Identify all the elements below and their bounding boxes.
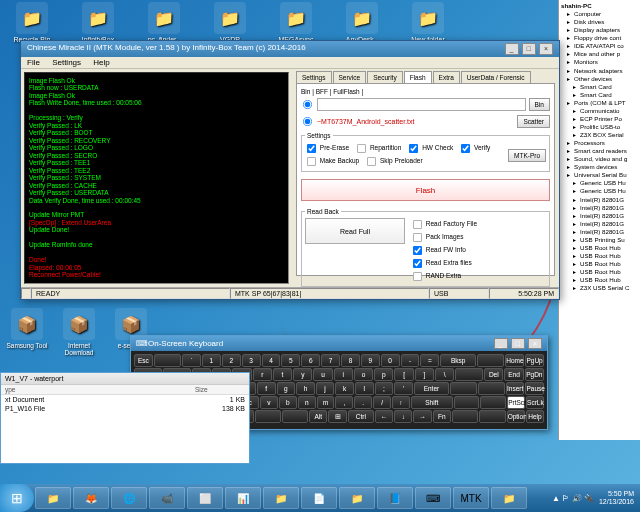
flash-button[interactable]: Flash [301, 179, 550, 201]
key-b[interactable]: b [279, 396, 297, 409]
key-0[interactable]: 0 [381, 354, 400, 367]
key-prtscn[interactable]: PrtScn [507, 396, 525, 409]
taskbar-item[interactable]: MTK [453, 487, 489, 509]
key-blank[interactable] [450, 382, 477, 395]
key-↑[interactable]: ↑ [392, 396, 410, 409]
tab-security[interactable]: Security [367, 71, 402, 83]
key-help[interactable]: Help [526, 410, 544, 423]
tab-extra[interactable]: Extra [433, 71, 460, 83]
device-node[interactable]: ▸Generic USB Hu [561, 179, 638, 187]
bin-path-input[interactable] [317, 98, 526, 111]
key-blank[interactable] [455, 368, 483, 381]
minimize-button[interactable]: _ [505, 43, 519, 55]
key-n[interactable]: n [298, 396, 316, 409]
desktop-icon[interactable]: 📦Internet Download [58, 308, 100, 356]
key-shift[interactable]: Shift [411, 396, 453, 409]
key-.[interactable]: . [354, 396, 372, 409]
osk-maximize[interactable]: □ [511, 338, 525, 349]
device-node[interactable]: ▸Prolific USB-to [561, 123, 638, 131]
key-k[interactable]: k [335, 382, 354, 395]
key-f[interactable]: f [257, 382, 276, 395]
key-←[interactable]: ← [375, 410, 393, 423]
key-g[interactable]: g [277, 382, 296, 395]
key-ctrl[interactable]: Ctrl [348, 410, 374, 423]
taskbar-item[interactable]: 🌐 [111, 487, 147, 509]
device-node[interactable]: ▸ECP Printer Po [561, 115, 638, 123]
key-l[interactable]: l [355, 382, 374, 395]
cb-read-fw-info[interactable]: Read FW Info [411, 244, 466, 257]
key-⊞[interactable]: ⊞ [328, 410, 346, 423]
tab-settings[interactable]: Settings [296, 71, 332, 83]
list-item[interactable]: xt Document1 KB [1, 395, 249, 404]
device-node[interactable]: ▸USB Root Hub [561, 268, 638, 276]
key-\[interactable]: \ [435, 368, 454, 381]
key-h[interactable]: h [296, 382, 315, 395]
key-esc[interactable]: Esc [134, 354, 153, 367]
list-item[interactable]: P1_W16 File138 KB [1, 404, 249, 413]
system-tray[interactable]: ▲🏳🔊🔌 5:50 PM 12/13/2016 [551, 490, 640, 505]
close-button[interactable]: × [539, 43, 553, 55]
taskbar-item[interactable]: 📁 [35, 487, 71, 509]
device-node[interactable]: ▸USB Root Hub [561, 244, 638, 252]
device-node[interactable]: ▸Computer [561, 10, 638, 18]
tab-flash[interactable]: Flash [404, 71, 432, 83]
device-node[interactable]: ▸Universal Serial Bu [561, 171, 638, 179]
device-node[interactable]: ▸Other devices [561, 75, 638, 83]
cb-skip-preloader[interactable]: Skip Preloader [365, 155, 422, 168]
read-full-button[interactable]: Read Full [305, 218, 405, 244]
device-node[interactable]: ▸Z3X USB Serial C [561, 284, 638, 292]
key-p[interactable]: p [374, 368, 393, 381]
taskbar-item[interactable]: ⌨ [415, 487, 451, 509]
device-node[interactable]: ▸Smart Card [561, 83, 638, 91]
scatter-radio[interactable] [303, 117, 312, 126]
key-pgdn[interactable]: PgDn [525, 368, 544, 381]
key-m[interactable]: m [317, 396, 335, 409]
cb-make-backup[interactable]: Make Backup [305, 155, 359, 168]
key-'[interactable]: ' [394, 382, 413, 395]
key-,[interactable]: , [335, 396, 353, 409]
key-blank[interactable] [477, 354, 504, 367]
cb-rand-extra[interactable]: RAND Extra [411, 270, 461, 283]
key-r[interactable]: r [253, 368, 272, 381]
osk-close[interactable]: × [528, 338, 542, 349]
key-;[interactable]: ; [375, 382, 394, 395]
key-7[interactable]: 7 [321, 354, 340, 367]
menu-file[interactable]: File [27, 58, 40, 67]
device-node[interactable]: ▸Sound, video and g [561, 155, 638, 163]
key-options[interactable]: Options [507, 410, 525, 423]
desktop-icon[interactable]: 📁AnyDesk - [338, 2, 386, 43]
device-node[interactable]: ▸Z3X BOX Serial [561, 131, 638, 139]
desktop-icon[interactable]: 📁VGDP [206, 2, 254, 43]
device-node[interactable]: ▸Intel(R) 82801G [561, 228, 638, 236]
key-=[interactable]: = [420, 354, 439, 367]
key-insert[interactable]: Insert [506, 382, 525, 395]
device-node[interactable]: ▸Monitors [561, 58, 638, 66]
device-node[interactable]: ▸Intel(R) 82801G [561, 204, 638, 212]
key-1[interactable]: 1 [202, 354, 221, 367]
device-node[interactable]: ▸USB Root Hub [561, 276, 638, 284]
cb-read-extra-files[interactable]: Read Extra files [411, 257, 472, 270]
key-blank[interactable] [452, 410, 478, 423]
key-9[interactable]: 9 [361, 354, 380, 367]
taskbar-item[interactable]: 📁 [263, 487, 299, 509]
device-node[interactable]: ▸IDE ATA/ATAPI co [561, 42, 638, 50]
tab-service[interactable]: Service [333, 71, 367, 83]
device-node[interactable]: ▸Display adapters [561, 26, 638, 34]
key-`[interactable]: ` [182, 354, 201, 367]
key-blank[interactable] [154, 354, 181, 367]
device-node[interactable]: ▸Smart Card [561, 91, 638, 99]
key-2[interactable]: 2 [222, 354, 241, 367]
key-scrlk[interactable]: ScrLk [526, 396, 544, 409]
cb-repartition[interactable]: Repartition [355, 142, 401, 155]
key-j[interactable]: j [316, 382, 335, 395]
cb-hw-check[interactable]: HW Check [407, 142, 453, 155]
maximize-button[interactable]: □ [522, 43, 536, 55]
menu-settings[interactable]: Settings [52, 58, 81, 67]
key-enter[interactable]: Enter [414, 382, 449, 395]
device-node[interactable]: ▸Intel(R) 82801G [561, 212, 638, 220]
key-][interactable]: ] [415, 368, 434, 381]
key-del[interactable]: Del [484, 368, 503, 381]
key-bksp[interactable]: Bksp [440, 354, 476, 367]
device-node[interactable]: ▸Smart card readers [561, 147, 638, 155]
desktop-icon[interactable]: 📁Recycle Bin [8, 2, 56, 43]
